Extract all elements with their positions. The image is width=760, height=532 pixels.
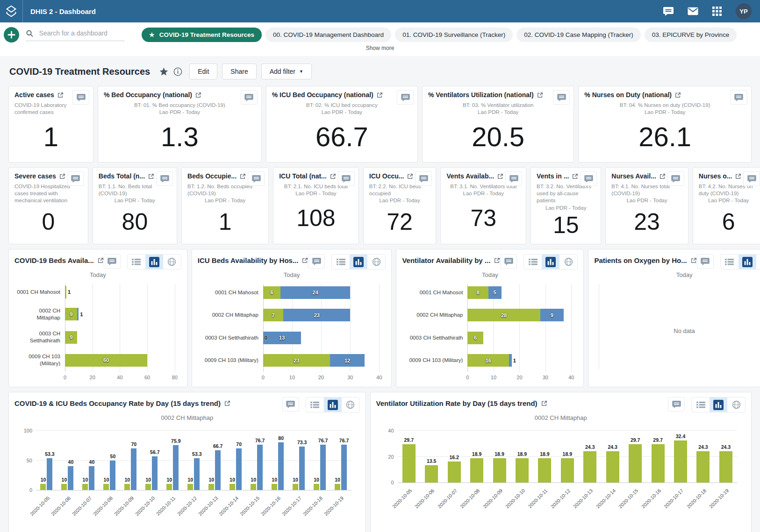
dashboard-chip-4[interactable]: 03. EPICURVE by Province: [645, 28, 737, 42]
dashboard-chip-1[interactable]: 00. COVID-19 Management Dashboard: [265, 28, 391, 42]
comments-button[interactable]: [580, 171, 597, 186]
info-icon[interactable]: [173, 67, 182, 76]
open-in-app-icon[interactable]: [735, 173, 741, 179]
open-in-app-icon[interactable]: [407, 173, 413, 179]
bar: 70: [236, 448, 242, 490]
open-in-app-icon[interactable]: [59, 173, 65, 179]
chart-view-button[interactable]: [145, 255, 163, 269]
dashboard-chip-2[interactable]: 01. COVID-19 Surveillance (Tracker): [395, 28, 513, 42]
chart-view-button[interactable]: [738, 255, 756, 269]
comments-button[interactable]: [156, 171, 173, 186]
bar-value-label: 0: [265, 335, 267, 340]
open-in-app-icon[interactable]: [660, 173, 666, 179]
map-view-button[interactable]: [756, 255, 760, 269]
messages-icon[interactable]: [688, 7, 698, 15]
x-axis-tick-label: 2020-10-09: [113, 495, 134, 517]
open-in-app-icon[interactable]: [240, 173, 246, 179]
comments-button[interactable]: [397, 90, 414, 105]
comments-button[interactable]: [248, 171, 265, 186]
chart-view-button[interactable]: [710, 397, 727, 412]
bar: 10: [229, 484, 235, 490]
map-view-button[interactable]: [342, 397, 359, 412]
share-button[interactable]: Share: [222, 64, 256, 79]
open-in-app-icon[interactable]: [675, 92, 681, 98]
comments-button[interactable]: [731, 90, 747, 105]
comments-button[interactable]: [667, 171, 684, 186]
view-toggle-group: [691, 397, 746, 412]
chart-view-button[interactable]: [350, 255, 367, 269]
open-in-app-icon[interactable]: [302, 257, 308, 263]
apps-grid-icon[interactable]: [712, 7, 722, 16]
chart-card-header: Patients on Oxygen by Ho...: [594, 254, 760, 270]
bar-group: 24.3: [692, 431, 714, 482]
comments-button[interactable]: [505, 171, 522, 186]
map-view-button[interactable]: [367, 255, 385, 269]
category-label: 0003 CH Setthathirath: [402, 334, 467, 341]
comments-button[interactable]: [241, 90, 258, 105]
chart-view-button[interactable]: [324, 397, 342, 412]
bar-value-label: 73.3: [297, 440, 307, 445]
open-in-app-icon[interactable]: [224, 400, 230, 406]
dashboard-chip-0[interactable]: ★COVID-19 Treatment Resources: [142, 28, 262, 42]
dashboard-search-input[interactable]: [38, 29, 125, 37]
value-card-number: 23: [611, 205, 682, 239]
star-icon[interactable]: [159, 67, 169, 77]
chart-subtitle: Today: [14, 271, 181, 278]
chart-view-button[interactable]: [542, 255, 559, 269]
comments-button[interactable]: [282, 397, 299, 411]
edit-button[interactable]: Edit: [189, 64, 217, 79]
interpretations-icon[interactable]: [663, 7, 674, 16]
open-in-app-icon[interactable]: [494, 257, 500, 263]
open-in-app-icon[interactable]: [497, 173, 503, 179]
open-in-app-icon[interactable]: [537, 92, 543, 98]
bar-value-label: 24.3: [585, 444, 595, 450]
open-in-app-icon[interactable]: [57, 92, 64, 98]
table-view-button[interactable]: [524, 255, 542, 269]
bar-value-label: 12: [344, 358, 350, 363]
open-in-app-icon[interactable]: [377, 92, 383, 98]
map-view-button[interactable]: [727, 397, 745, 412]
table-view-button[interactable]: [692, 397, 710, 412]
open-in-app-icon[interactable]: [330, 173, 336, 179]
dashboard-chip-3[interactable]: 02. COVID-19 Case Mapping (Tracker): [516, 28, 641, 42]
open-in-app-icon[interactable]: [541, 400, 547, 406]
comments-button[interactable]: [668, 397, 685, 411]
table-view-button[interactable]: [306, 397, 324, 412]
bar-group: 1066.7: [204, 431, 225, 490]
bar-value-label: 10: [104, 477, 109, 482]
open-in-app-icon[interactable]: [691, 257, 697, 263]
open-in-app-icon: [735, 173, 741, 179]
table-view-button[interactable]: [332, 255, 350, 269]
add-filter-button[interactable]: Add filter ▼: [261, 64, 312, 79]
x-axis-tick-label: 2020-10-06: [50, 495, 71, 517]
open-in-app-icon[interactable]: [195, 92, 201, 98]
map-view-button[interactable]: [559, 255, 577, 269]
comments-button[interactable]: [415, 171, 432, 186]
comments-button[interactable]: [308, 254, 325, 269]
table-view-button[interactable]: [128, 255, 145, 269]
open-in-app-icon[interactable]: [572, 173, 578, 179]
dhis2-logo[interactable]: [0, 0, 23, 22]
comments-button[interactable]: [104, 254, 121, 269]
comments-button[interactable]: [743, 171, 760, 186]
bar-value-label: 28: [501, 312, 507, 318]
search-icon: [26, 29, 34, 38]
comments-button[interactable]: [338, 171, 355, 186]
comments-button[interactable]: [67, 171, 84, 186]
value-card: % Bed Occupancy (national)BT: 01. % Bed …: [98, 86, 262, 163]
show-more-link[interactable]: Show more: [0, 43, 760, 56]
table-view-button[interactable]: [721, 255, 738, 269]
comments-button[interactable]: [553, 90, 570, 105]
comments-button[interactable]: [500, 254, 517, 269]
bar-chart-icon: [149, 257, 159, 267]
open-in-app-icon[interactable]: [148, 173, 154, 179]
comments-button[interactable]: [72, 90, 89, 105]
comments-button[interactable]: [697, 254, 714, 269]
new-dashboard-button[interactable]: [4, 27, 19, 43]
category-label: 0003 CH Setthathirath: [14, 330, 65, 344]
bar-value-label: 9: [70, 334, 72, 340]
map-view-button[interactable]: [163, 255, 181, 269]
user-avatar[interactable]: YP: [736, 3, 752, 19]
open-in-app-icon[interactable]: [98, 257, 104, 263]
dashboard-search[interactable]: [26, 29, 125, 41]
